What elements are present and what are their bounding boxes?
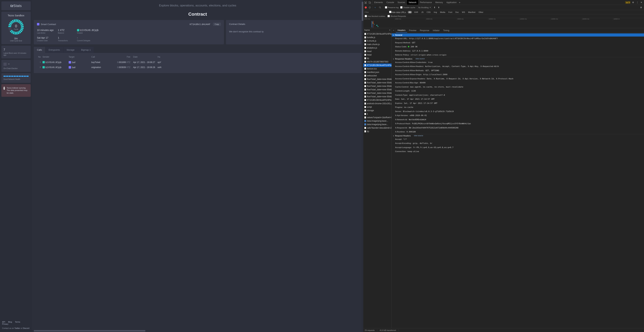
- request-item[interactable]: flow?start_date=now-30d&a...: [363, 84, 392, 88]
- preserve-log-checkbox[interactable]: Preserve log: [385, 6, 399, 8]
- detail-tab-timing[interactable]: Timing: [441, 28, 451, 32]
- request-item[interactable]: 0.chunk.js: [363, 39, 392, 43]
- close-panel-icon[interactable]: ×: [389, 29, 390, 31]
- detail-tab-response[interactable]: Response: [418, 28, 431, 32]
- upload-har-icon[interactable]: ⬆: [434, 6, 436, 9]
- request-item[interactable]: flow?start_date=now-30d&a...: [363, 88, 392, 91]
- request-item[interactable]: script: [363, 105, 392, 109]
- section-request-headers[interactable]: Request Headersview source: [392, 134, 644, 137]
- tab-bigmap[interactable]: Bigmap 1: [78, 47, 94, 53]
- inspect-icon[interactable]: [364, 1, 367, 4]
- close-detail-icon[interactable]: ×: [392, 28, 396, 32]
- devtools-tab-sources[interactable]: Sources: [396, 0, 407, 5]
- footer-link-terms[interactable]: Terms: [15, 321, 20, 323]
- footer-link-privacy[interactable]: Privacy: [2, 323, 8, 325]
- vertical-scrollbar[interactable]: [362, 0, 363, 332]
- request-item[interactable]: tip: [363, 57, 392, 60]
- detail-tab-headers[interactable]: Headers: [396, 28, 407, 32]
- warnings-badge[interactable]: ▲ 3: [625, 1, 630, 4]
- request-item[interactable]: analytics.js: [363, 46, 392, 50]
- section-general[interactable]: General: [392, 33, 644, 36]
- disable-cache-checkbox[interactable]: Disable cache: [400, 6, 415, 8]
- request-item[interactable]: flow?start_date=now-30d&a...: [363, 95, 392, 98]
- request-item[interactable]: data:image/png;base...: [363, 123, 392, 126]
- request-item[interactable]: flow?start_date=now-30d&a...: [363, 77, 392, 81]
- devtools-tab-memory[interactable]: Memory: [434, 0, 444, 5]
- request-item[interactable]: calls?&order=desc&limit=20: [363, 126, 392, 130]
- footer-link-blog[interactable]: Blog: [8, 321, 12, 323]
- tab-storage[interactable]: Storage: [64, 47, 78, 53]
- close-devtools-icon[interactable]: ✕: [640, 1, 643, 4]
- logo[interactable]: tzStats: [2, 1, 31, 10]
- filter-input[interactable]: [365, 11, 387, 13]
- request-item[interactable]: android-chrome-192x192.png: [363, 102, 392, 105]
- detail-tab-initiator[interactable]: Initiator: [431, 28, 441, 32]
- settings-icon[interactable]: ⚙: [632, 1, 634, 4]
- request-item[interactable]: manifest.json: [363, 70, 392, 74]
- creator-link[interactable]: tz1VSUr8..8Cjcjb: [80, 29, 98, 31]
- search-icon[interactable]: [379, 6, 381, 9]
- blocked-requests-checkbox[interactable]: Blocked Requests: [388, 15, 406, 17]
- request-item[interactable]: 1: [363, 112, 392, 116]
- copy-address-button[interactable]: Copy: [213, 23, 221, 25]
- request-item[interactable]: info?t=1618679697593: [363, 60, 392, 63]
- filter-pill-xhr[interactable]: XHR: [413, 11, 419, 13]
- request-item[interactable]: KT1HJ8VJ9rHkoi4FfzHPburS...: [363, 98, 392, 102]
- request-item[interactable]: data:image/png;base...: [363, 119, 392, 123]
- throttling-select[interactable]: No throttling▾: [417, 6, 432, 9]
- network-timeline[interactable]: 2000 ms4000 ms6000 ms8000 ms10000 ms1200…: [363, 18, 644, 28]
- table-row[interactable]: 1tz1VSUr8..8CjcjbSelfbuyTicket0.001699XT…: [36, 60, 359, 65]
- search-input[interactable]: Explore blocks, operations, accounts, el…: [34, 1, 362, 9]
- has-blocked-cookies-checkbox[interactable]: Has blocked cookies: [365, 15, 385, 17]
- tab-entrypoints[interactable]: Entrypoints: [46, 47, 63, 53]
- filter-icon[interactable]: ▿: [374, 6, 377, 9]
- horizontal-scrollbar[interactable]: [34, 330, 362, 332]
- download-har-icon[interactable]: ⬇: [438, 6, 440, 9]
- more-tabs-icon[interactable]: »: [459, 1, 462, 4]
- devtools-tab-console[interactable]: Console: [385, 0, 396, 5]
- devtools-tab-network[interactable]: Network: [407, 0, 418, 5]
- detail-tab-preview[interactable]: Preview: [407, 28, 418, 32]
- hide-data-urls-checkbox[interactable]: Hide data URLs: [389, 11, 406, 13]
- name-column-header[interactable]: Name×: [363, 28, 392, 32]
- devtools-tab-application[interactable]: Application: [445, 0, 458, 5]
- device-toggle-icon[interactable]: [368, 1, 371, 4]
- devtools-tab-elements[interactable]: Elements: [372, 0, 385, 5]
- filter-pill-css[interactable]: CSS: [426, 11, 432, 13]
- filter-pill-ws[interactable]: WS: [461, 11, 466, 13]
- view-source-request[interactable]: view source: [414, 135, 423, 137]
- latest-block-card[interactable]: 7 Latest Block seen 10 minutes ago: [2, 46, 31, 58]
- request-item[interactable]: websocket: [363, 74, 392, 77]
- filter-pill-all[interactable]: All: [408, 11, 412, 13]
- section-response-headers[interactable]: Response Headersview source: [392, 57, 644, 60]
- request-item[interactable]: values?unpack=1&offset=0&l...: [363, 116, 392, 119]
- request-item[interactable]: bundle.js: [363, 36, 392, 39]
- filter-pill-media[interactable]: Media: [439, 11, 446, 13]
- request-item[interactable]: KT1HJ8VJ9rHkoi4FfzHPburS...: [363, 32, 392, 36]
- table-row[interactable]: 2tz1VSUr8..8CjcjbSelforigination0.003939…: [36, 65, 359, 70]
- request-item[interactable]: favicon.ico: [363, 67, 392, 70]
- request-item[interactable]: flow?start_date=now-30d&a...: [363, 81, 392, 84]
- request-item[interactable]: KT1HJ8VJ9rHkoi4FfzHPburS...: [363, 63, 392, 67]
- request-item[interactable]: flow?start_date=now-30d&a...: [363, 91, 392, 95]
- record-icon[interactable]: [365, 6, 367, 8]
- filter-pill-js[interactable]: JS: [420, 11, 425, 13]
- view-source-response[interactable]: view source: [416, 58, 425, 60]
- link-discord[interactable]: Discord: [23, 327, 29, 329]
- filter-pill-doc[interactable]: Doc: [454, 11, 460, 13]
- request-item[interactable]: storage: [363, 109, 392, 112]
- clear-icon[interactable]: [368, 6, 371, 9]
- filter-pill-manifest[interactable]: Manifest: [467, 11, 476, 13]
- link-twitter[interactable]: Twitter: [14, 327, 20, 329]
- kebab-icon[interactable]: ⋮: [636, 1, 639, 4]
- network-settings-icon[interactable]: ⚙: [640, 6, 642, 9]
- tab-calls[interactable]: Calls: [34, 47, 45, 53]
- election-card[interactable]: – On-Chain Election: [2, 60, 31, 72]
- request-item[interactable]: head: [363, 50, 392, 53]
- footer-link-api[interactable]: API: [2, 321, 5, 323]
- request-item[interactable]: main.chunk.js: [363, 43, 392, 46]
- request-item[interactable]: head: [363, 53, 392, 57]
- filter-pill-other[interactable]: Other: [478, 11, 484, 13]
- filter-pill-img[interactable]: Img: [433, 11, 438, 13]
- request-item[interactable]: tip: [363, 130, 392, 133]
